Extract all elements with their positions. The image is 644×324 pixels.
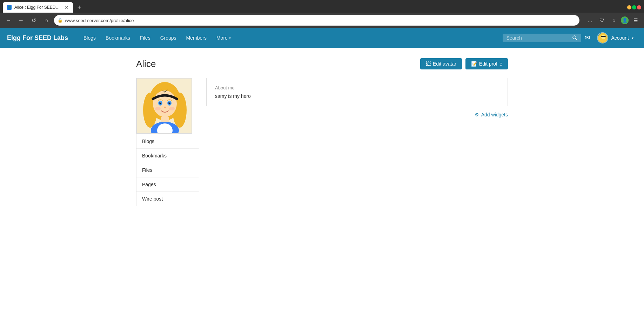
shield-icon[interactable]: 🛡 [597, 15, 607, 25]
edit-profile-icon: 📝 [471, 61, 477, 67]
new-tab-button[interactable]: + [74, 2, 84, 12]
nav-blogs[interactable]: Blogs [79, 28, 101, 48]
edit-avatar-button[interactable]: 🖼 Edit avatar [420, 58, 462, 69]
nav-bookmarks[interactable]: Bookmarks [101, 28, 135, 48]
nav-members[interactable]: Members [181, 28, 212, 48]
nav-links: Blogs Bookmarks Files Groups Members Mor… [79, 28, 503, 48]
content-layout: Blogs Bookmarks Files Pages Wire post Ab… [136, 78, 508, 206]
sidebar-menu: Blogs Bookmarks Files Pages Wire post [136, 134, 199, 206]
sidebar-item-blogs[interactable]: Blogs [136, 134, 199, 149]
browser-toolbar: ← → ↺ ⌂ 🔒 www.seed-server.com/profile/al… [0, 13, 644, 28]
nav-mail-icon[interactable]: ✉ [581, 34, 593, 42]
account-dropdown-icon: ▾ [632, 36, 633, 40]
add-widgets-label: Add widgets [481, 112, 508, 117]
more-dropdown-icon: ▾ [229, 36, 231, 40]
nav-search-box[interactable] [503, 34, 581, 42]
add-widgets-section: ⚙ Add widgets [206, 112, 508, 117]
svg-line-4 [576, 39, 577, 40]
about-label: About me [215, 85, 499, 90]
security-icon: 🔒 [58, 18, 63, 23]
reload-button[interactable]: ↺ [29, 15, 39, 25]
tab-favicon [7, 5, 12, 10]
window-minimize[interactable] [627, 5, 631, 9]
sidebar-item-wirepost[interactable]: Wire post [136, 192, 199, 206]
edit-profile-button[interactable]: 📝 Edit profile [465, 58, 508, 69]
svg-point-0 [8, 6, 11, 9]
svg-point-26 [155, 107, 161, 110]
left-sidebar: Blogs Bookmarks Files Pages Wire post [136, 78, 199, 206]
account-label: Account [611, 35, 629, 41]
toolbar-right: … 🛡 ☆ 👤 ☰ [585, 15, 640, 25]
about-box: About me samy is my hero [206, 78, 508, 106]
tab-title: Alice : Elgg For SEED Lab [14, 5, 60, 10]
svg-point-25 [164, 107, 166, 108]
more-options-icon[interactable]: … [585, 15, 595, 25]
search-input[interactable] [506, 35, 569, 41]
window-maximize[interactable] [632, 5, 636, 9]
nav-more-label: More [216, 35, 228, 41]
window-close[interactable] [637, 5, 641, 9]
svg-point-7 [601, 35, 605, 39]
browser-menu-icon[interactable]: ☰ [631, 15, 640, 25]
tab-close-icon[interactable]: ✕ [65, 5, 69, 10]
nav-avatar [597, 32, 608, 43]
back-button[interactable]: ← [4, 15, 13, 25]
browser-profile-icon[interactable]: 👤 [621, 16, 629, 24]
main-content: Alice 🖼 Edit avatar 📝 Edit profile [129, 58, 515, 206]
page-title: Alice [136, 59, 156, 69]
svg-point-24 [170, 102, 170, 103]
site-nav: Elgg For SEED Labs Blogs Bookmarks Files… [0, 28, 644, 48]
svg-point-27 [169, 107, 175, 110]
sidebar-item-pages[interactable]: Pages [136, 177, 199, 192]
address-bar[interactable]: 🔒 www.seed-server.com/profile/alice [54, 15, 579, 26]
window-controls [627, 5, 641, 9]
bookmark-star-icon[interactable]: ☆ [609, 15, 619, 25]
svg-rect-8 [601, 36, 606, 37]
svg-point-23 [161, 102, 161, 103]
tab-bar: Alice : Elgg For SEED Lab ✕ + [0, 0, 644, 13]
search-submit-button[interactable] [572, 35, 578, 41]
add-widgets-link[interactable]: ⚙ Add widgets [475, 112, 508, 117]
header-actions: 🖼 Edit avatar 📝 Edit profile [420, 58, 508, 69]
sidebar-item-bookmarks[interactable]: Bookmarks [136, 149, 199, 163]
nav-account-menu[interactable]: Account ▾ [593, 32, 637, 43]
active-tab[interactable]: Alice : Elgg For SEED Lab ✕ [3, 2, 73, 13]
edit-avatar-icon: 🖼 [426, 61, 431, 67]
profile-avatar [136, 78, 192, 134]
about-text: samy is my hero [215, 93, 499, 99]
url-display: www.seed-server.com/profile/alice [65, 18, 576, 23]
nav-files[interactable]: Files [135, 28, 155, 48]
sidebar-item-files[interactable]: Files [136, 163, 199, 177]
edit-profile-label: Edit profile [479, 61, 502, 67]
svg-text:👤: 👤 [622, 18, 628, 23]
edit-avatar-label: Edit avatar [433, 61, 456, 67]
gear-icon: ⚙ [475, 112, 479, 117]
main-area: About me samy is my hero ⚙ Add widgets [206, 78, 508, 206]
page-header: Alice 🖼 Edit avatar 📝 Edit profile [136, 58, 508, 69]
home-button[interactable]: ⌂ [41, 15, 51, 25]
nav-groups[interactable]: Groups [155, 28, 181, 48]
nav-more[interactable]: More ▾ [212, 28, 236, 48]
site-logo[interactable]: Elgg For SEED Labs [7, 34, 68, 42]
forward-button[interactable]: → [16, 15, 26, 25]
svg-point-3 [573, 36, 576, 39]
